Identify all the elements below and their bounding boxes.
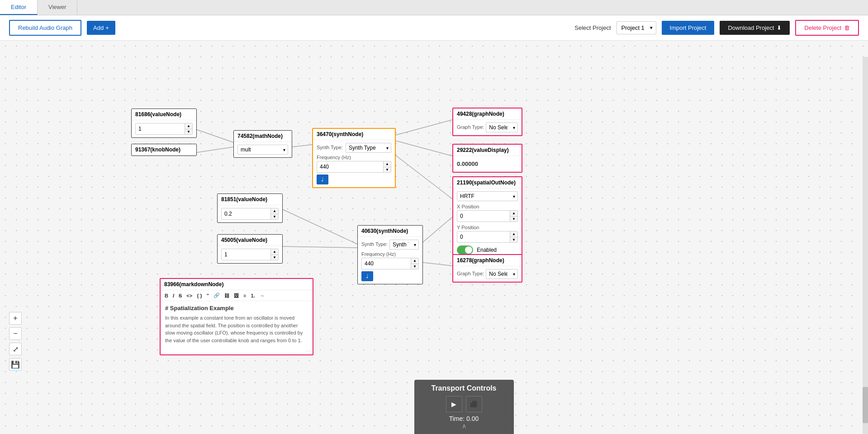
node-40630-freq-btns: ▲ ▼ — [411, 258, 418, 269]
zoom-out[interactable]: − — [9, 327, 22, 340]
node-49428-body: Graph Type: No Selection Linear — [453, 120, 522, 135]
node-49428-graph-label: Graph Type: — [457, 124, 484, 130]
md-strikethrough[interactable]: S — [177, 292, 183, 299]
canvas: 81686(valueNode) ▲ ▼ 91367(knobNode) 745… — [0, 41, 868, 434]
md-image[interactable]: 🖼 — [232, 292, 240, 299]
md-quote[interactable]: " — [205, 292, 210, 299]
node-81686-spinner: ▲ ▼ — [135, 123, 193, 135]
md-italic[interactable]: I — [171, 292, 175, 299]
node-36470-synth-type[interactable]: Synth Type Sine Square — [346, 143, 391, 153]
node-21190-xpos-label: X Position — [457, 204, 518, 209]
connections-svg — [0, 41, 868, 434]
zoom-save[interactable]: 💾 — [9, 358, 22, 371]
rebuild-button[interactable]: Rebuild Audio Graph — [9, 20, 81, 36]
node-36470-freq-up[interactable]: ▲ — [384, 161, 391, 167]
node-81686-body: ▲ ▼ — [132, 120, 196, 137]
node-83966-title: 83966(markdownNode) — [161, 279, 313, 290]
md-code[interactable]: <> — [185, 292, 194, 299]
node-21190-xpos-down[interactable]: ▼ — [510, 217, 517, 222]
node-29222-body: 0.00000 — [453, 156, 522, 172]
node-45005-value[interactable] — [222, 250, 270, 259]
node-81851-value[interactable] — [222, 209, 270, 218]
node-21190-ypos-down[interactable]: ▼ — [510, 237, 517, 243]
svg-line-6 — [421, 217, 452, 244]
node-40630-synth-wrapper: Synth Type Sine — [389, 240, 419, 250]
node-45005-down[interactable]: ▼ — [271, 255, 278, 260]
node-74582: 74582(mathNode) mult add sub div — [233, 130, 292, 158]
node-40630-play[interactable]: ♩ — [361, 271, 373, 281]
node-21190-body: HRTF X Position ▲ ▼ Y Position ▲ ▼ — [453, 189, 522, 257]
node-74582-select-wrapper: mult add sub div — [237, 145, 288, 155]
node-81686-title: 81686(valueNode) — [132, 109, 196, 120]
tab-editor[interactable]: Editor — [0, 0, 38, 15]
node-21190-ypos-up[interactable]: ▲ — [510, 231, 517, 237]
transport-chevron[interactable]: ∧ — [419, 422, 509, 429]
node-36470-play[interactable]: ♩ — [317, 175, 328, 184]
node-21190-xpos-spinner: ▲ ▼ — [457, 210, 518, 222]
node-21190-mode[interactable]: HRTF — [457, 191, 518, 201]
node-81851-up[interactable]: ▲ — [271, 208, 278, 214]
node-40630-freq-up[interactable]: ▲ — [411, 258, 418, 264]
transport-stop[interactable]: ⬛ — [466, 396, 482, 412]
node-83966: 83966(markdownNode) B I S <> { } " 🔗 ⛓ 🖼… — [160, 278, 313, 355]
svg-line-7 — [394, 120, 452, 136]
project-select[interactable]: Project 1 — [617, 21, 656, 34]
md-bold[interactable]: B — [163, 292, 170, 299]
node-74582-body: mult add sub div — [234, 142, 292, 157]
node-36470: 36470(synthNode) Synth Type: Synth Type … — [312, 128, 396, 188]
node-36470-freq[interactable] — [317, 162, 383, 171]
node-40630-body: Synth Type: Synth Type Sine Frequency (H… — [358, 237, 422, 284]
node-16278-title: 16278(graphNode) — [453, 255, 522, 266]
node-16278-graph-type[interactable]: No Selection Linear — [486, 269, 518, 279]
node-21190-ypos[interactable] — [457, 232, 510, 241]
node-36470-freq-down[interactable]: ▼ — [384, 167, 391, 173]
md-link[interactable]: 🔗 — [212, 292, 221, 299]
tab-viewer[interactable]: Viewer — [38, 0, 78, 15]
node-91367: 91367(knobNode) — [131, 144, 197, 156]
svg-line-5 — [394, 154, 452, 199]
node-21190-title: 21190(spatialOutNode) — [453, 177, 522, 189]
transport-play[interactable]: ▶ — [446, 396, 462, 412]
node-81686-value[interactable] — [136, 124, 185, 133]
node-81851-down[interactable]: ▼ — [271, 214, 278, 220]
md-ol[interactable]: 1. — [249, 292, 256, 299]
zoom-controls: + − ⤢ 💾 — [9, 312, 22, 371]
node-40630-freq-down[interactable]: ▼ — [411, 264, 418, 269]
node-21190-xpos[interactable] — [457, 212, 510, 221]
transport-time: Time: 0.00 — [419, 415, 509, 422]
node-45005-up[interactable]: ▲ — [271, 249, 278, 255]
scrollbar-thumb[interactable] — [863, 387, 868, 423]
node-21190-ypos-label: Y Position — [457, 225, 518, 230]
delete-button[interactable]: Delete Project 🗑 — [795, 20, 859, 36]
download-button[interactable]: Download Project ⬇ — [720, 21, 790, 35]
add-button[interactable]: Add + — [87, 21, 115, 35]
node-36470-freq-label: Frequency (Hz) — [317, 155, 391, 160]
node-40630-freq[interactable] — [362, 259, 411, 268]
md-unlink[interactable]: ⛓ — [223, 292, 231, 299]
node-21190-xpos-btns: ▲ ▼ — [510, 211, 517, 222]
transport-controls: ▶ ⬛ — [419, 396, 509, 412]
md-code-block[interactable]: { } — [195, 292, 204, 299]
node-49428-title: 49428(graphNode) — [453, 108, 522, 120]
node-21190-toggle-knob — [465, 246, 472, 254]
zoom-fit[interactable]: ⤢ — [9, 343, 22, 355]
import-button[interactable]: Import Project — [662, 21, 715, 35]
node-83966-resize[interactable]: ⋯ — [161, 348, 313, 354]
node-21190-enabled-toggle[interactable] — [457, 245, 473, 255]
node-81686-down[interactable]: ▼ — [185, 129, 192, 135]
md-indent[interactable]: → — [258, 292, 266, 299]
node-49428-graph-type[interactable]: No Selection Linear — [486, 123, 518, 132]
svg-line-3 — [280, 208, 357, 244]
transport-title: Transport Controls — [419, 384, 509, 392]
node-74582-operation[interactable]: mult add sub div — [237, 145, 288, 155]
node-21190-xpos-up[interactable]: ▲ — [510, 211, 517, 217]
zoom-in[interactable]: + — [9, 312, 22, 325]
node-21190-enabled-label: Enabled — [477, 247, 497, 253]
node-81851: 81851(valueNode) ▲ ▼ — [217, 193, 283, 223]
node-81686-up[interactable]: ▲ — [185, 123, 192, 129]
scrollbar-vertical[interactable] — [863, 57, 868, 434]
select-project-label: Select Project — [574, 24, 611, 31]
md-ul[interactable]: ≡ — [242, 292, 247, 299]
node-40630-synth-type[interactable]: Synth Type Sine — [389, 240, 419, 250]
toolbar: Rebuild Audio Graph Add + Select Project… — [0, 15, 868, 41]
